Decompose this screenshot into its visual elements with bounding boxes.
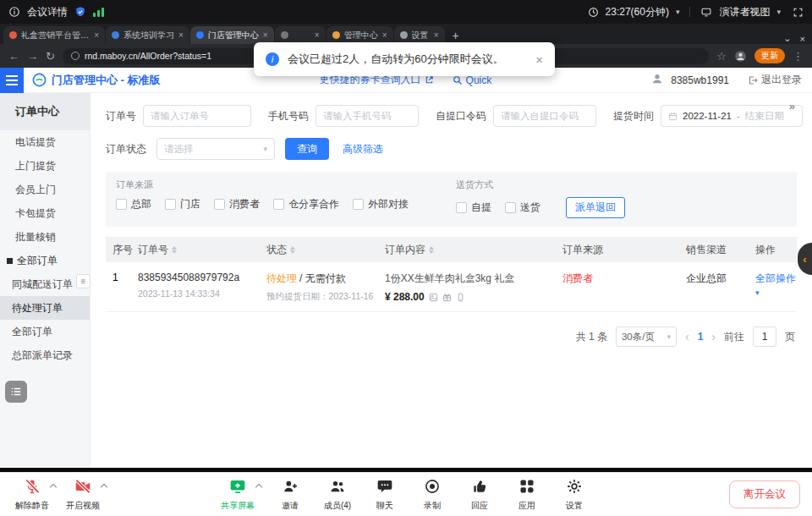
bookmark-star-icon[interactable]: ☆ bbox=[716, 51, 727, 62]
sidebar-item-phone-pickup[interactable]: 电话提货 bbox=[0, 130, 90, 154]
reaction-button[interactable]: 回应 bbox=[459, 478, 500, 512]
record-button[interactable]: 录制 bbox=[412, 478, 453, 512]
update-button[interactable]: 更新 bbox=[754, 48, 785, 63]
sales-channel-value: 企业总部 bbox=[686, 272, 727, 284]
checkbox[interactable] bbox=[116, 199, 127, 210]
checkbox[interactable] bbox=[353, 199, 364, 210]
order-price: ¥ 288.00 bbox=[385, 291, 425, 303]
meeting-toolbar: 解除静音 开启视频 共享屏幕 bbox=[0, 472, 812, 516]
site-info-icon[interactable] bbox=[71, 52, 80, 60]
current-page[interactable]: 1 bbox=[698, 331, 704, 343]
settings-gear-icon bbox=[566, 478, 583, 498]
close-icon[interactable]: × bbox=[382, 30, 387, 40]
order-status-select[interactable]: 请选择 ▾ bbox=[156, 138, 275, 160]
sort-icon[interactable] bbox=[172, 246, 177, 254]
next-page-button[interactable]: › bbox=[711, 330, 716, 343]
note-icon[interactable] bbox=[429, 293, 438, 302]
browser-tab[interactable]: 系统培训学习× bbox=[106, 26, 189, 44]
browser-tab-active[interactable]: 门店管理中心× bbox=[190, 26, 274, 44]
sidebar-item-all-orders[interactable]: 全部订单 bbox=[0, 320, 90, 343]
filter-source-warehouse[interactable]: 仓分享合作 bbox=[273, 197, 339, 211]
pickup-code-input[interactable] bbox=[493, 105, 596, 127]
browser-tab[interactable]: 礼盒营销平台管理中心× bbox=[3, 26, 105, 44]
username[interactable]: 8385wb1991 bbox=[671, 74, 729, 86]
view-mode[interactable]: 演讲者视图 bbox=[719, 5, 770, 19]
checkbox[interactable] bbox=[505, 202, 516, 213]
order-no-input[interactable] bbox=[143, 105, 251, 127]
filter-source-external[interactable]: 外部对接 bbox=[353, 197, 409, 211]
dispatch-return-button[interactable]: 派单退回 bbox=[566, 197, 625, 218]
sidebar-item-card-pickup[interactable]: 卡包提货 bbox=[0, 201, 90, 225]
close-icon[interactable]: × bbox=[434, 30, 439, 40]
profile-icon[interactable] bbox=[734, 50, 747, 63]
all-actions-dropdown[interactable]: 全部操作 ▾ bbox=[755, 272, 796, 298]
date-range-picker[interactable]: 2022-11-21 - 结束日期 bbox=[661, 105, 803, 127]
new-tab-button[interactable]: + bbox=[446, 26, 466, 44]
advanced-filter-link[interactable]: 高级筛选 bbox=[343, 142, 383, 156]
date-end-placeholder: 结束日期 bbox=[745, 110, 784, 123]
members-button[interactable]: 成员(4) bbox=[317, 478, 358, 512]
gift-icon[interactable] bbox=[442, 293, 452, 302]
phone-icon[interactable] bbox=[456, 293, 465, 302]
back-icon[interactable]: ← bbox=[8, 51, 19, 62]
chat-button[interactable]: 聊天 bbox=[365, 478, 405, 512]
goto-page-input[interactable] bbox=[753, 327, 776, 347]
collapse-panel-icon[interactable]: » bbox=[789, 100, 795, 113]
filter-source-store[interactable]: 门店 bbox=[165, 197, 200, 211]
apps-button[interactable]: 应用 bbox=[507, 478, 547, 512]
fullscreen-icon[interactable] bbox=[793, 7, 804, 18]
browser-tab[interactable]: 设置× bbox=[394, 26, 445, 44]
meeting-title[interactable]: 会议详情 bbox=[27, 5, 68, 19]
unmute-button[interactable]: 解除静音 bbox=[12, 478, 52, 512]
filter-source-hq[interactable]: 总部 bbox=[116, 197, 151, 211]
prev-page-button[interactable]: ‹ bbox=[685, 330, 689, 343]
settings-button[interactable]: 设置 bbox=[554, 478, 595, 512]
close-icon[interactable]: × bbox=[263, 30, 268, 40]
invite-button[interactable]: 邀请 bbox=[270, 478, 310, 512]
refresh-icon[interactable]: ↻ bbox=[46, 51, 55, 62]
sidebar-item-hq-dispatch-log[interactable]: 总部派单记录 bbox=[0, 343, 90, 367]
phone-input[interactable] bbox=[315, 105, 419, 127]
tab-search-icon[interactable]: ⌄ bbox=[783, 33, 791, 44]
start-video-button[interactable]: 开启视频 bbox=[63, 478, 103, 512]
sidebar-item-pending-orders[interactable]: 待处理订单 bbox=[0, 296, 90, 320]
logout-button[interactable]: 退出登录 bbox=[748, 73, 802, 87]
filter-source-consumer[interactable]: 消费者 bbox=[214, 197, 260, 211]
share-screen-button[interactable]: 共享屏幕 bbox=[217, 478, 258, 512]
sidebar-collapse-button[interactable]: ≡ bbox=[76, 274, 91, 288]
browser-tab[interactable]: 管理中心× bbox=[326, 26, 393, 44]
checkbox[interactable] bbox=[273, 199, 284, 210]
close-icon[interactable]: × bbox=[94, 30, 99, 40]
info-icon[interactable] bbox=[8, 6, 20, 18]
checkbox[interactable] bbox=[214, 199, 225, 210]
search-button[interactable]: 查询 bbox=[285, 138, 329, 160]
page-size-select[interactable]: 30条/页 ▾ bbox=[616, 327, 677, 347]
chevron-down-icon[interactable]: ▾ bbox=[676, 8, 680, 16]
table-row[interactable]: 1 83859345088979792a 2023-11-13 14:33:34… bbox=[106, 262, 797, 312]
order-no-label: 订单号 bbox=[106, 109, 136, 124]
sort-icon[interactable] bbox=[290, 246, 295, 254]
browser-tab[interactable]: × bbox=[275, 26, 326, 44]
forward-icon[interactable]: → bbox=[27, 51, 38, 62]
shield-check-icon[interactable] bbox=[74, 6, 86, 18]
floating-list-button[interactable] bbox=[5, 381, 27, 403]
sidebar-item-member-visit[interactable]: 会员上门 bbox=[0, 178, 90, 201]
signal-icon[interactable] bbox=[93, 7, 104, 17]
sort-icon[interactable] bbox=[429, 246, 434, 254]
kebab-menu-icon[interactable]: ⋮ bbox=[793, 51, 804, 62]
hamburger-menu[interactable] bbox=[0, 68, 24, 93]
close-icon[interactable]: × bbox=[535, 52, 543, 67]
leave-meeting-button[interactable]: 离开会议 bbox=[729, 480, 800, 508]
filter-delivery-selfpickup[interactable]: 自提 bbox=[456, 200, 491, 215]
sidebar-item-all-orders-group[interactable]: 全部订单 bbox=[0, 249, 90, 272]
sidebar-item-door-pickup[interactable]: 上门提货 bbox=[0, 154, 90, 178]
checkbox[interactable] bbox=[456, 202, 467, 213]
checkbox[interactable] bbox=[165, 199, 176, 210]
sidebar-item-batch-verify[interactable]: 批量核销 bbox=[0, 225, 90, 249]
chevron-down-icon[interactable]: ▾ bbox=[776, 8, 781, 16]
filter-delivery-delivery[interactable]: 送货 bbox=[505, 200, 540, 215]
window-close-icon[interactable]: × bbox=[800, 34, 805, 44]
close-icon[interactable]: × bbox=[315, 30, 320, 40]
close-icon[interactable]: × bbox=[178, 30, 184, 40]
tab-favicon bbox=[332, 31, 340, 39]
